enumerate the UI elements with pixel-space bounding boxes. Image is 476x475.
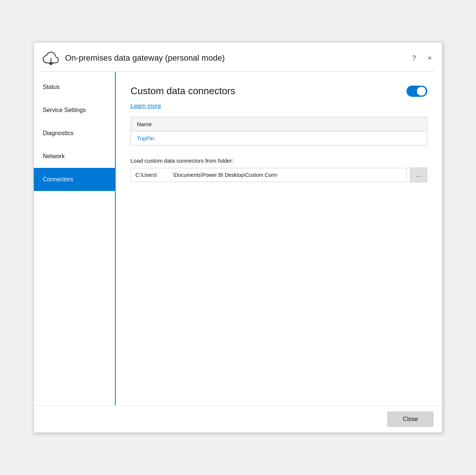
main-window: On-premises data gateway (personal mode)… (33, 42, 443, 433)
window-title: On-premises data gateway (personal mode) (65, 53, 225, 63)
learn-more-link[interactable]: Learn more (131, 103, 427, 109)
browse-button[interactable]: ... (410, 168, 427, 182)
folder-row: ... (131, 168, 427, 182)
close-window-button[interactable]: × (425, 53, 435, 64)
table-row: TripPin (131, 131, 427, 146)
section-header: Custom data connectors (131, 85, 427, 97)
content-area: Status Service Settings Diagnostics Netw… (34, 72, 442, 405)
section-title: Custom data connectors (131, 85, 235, 97)
cloud-upload-icon (41, 48, 61, 68)
table-header-name: Name (131, 117, 427, 131)
custom-connectors-toggle[interactable] (406, 86, 427, 97)
title-left: On-premises data gateway (personal mode) (41, 48, 225, 68)
sidebar-item-connectors[interactable]: Connectors (34, 168, 115, 191)
close-button[interactable]: Close (387, 412, 433, 427)
title-controls: ? × (409, 53, 435, 64)
sidebar-item-network[interactable]: Network (34, 145, 115, 168)
sidebar-item-service-settings[interactable]: Service Settings (34, 99, 115, 122)
sidebar: Status Service Settings Diagnostics Netw… (34, 72, 116, 405)
title-bar: On-premises data gateway (personal mode)… (34, 42, 442, 71)
folder-path-input[interactable] (131, 168, 407, 182)
main-panel: Custom data connectors Learn more Name T… (116, 72, 442, 405)
sidebar-item-diagnostics[interactable]: Diagnostics (34, 122, 115, 145)
sidebar-item-status[interactable]: Status (34, 76, 115, 99)
table-cell-trippin: TripPin (131, 131, 427, 146)
toggle-slider (406, 86, 427, 97)
folder-label: Load custom data connectors from folder: (131, 157, 427, 164)
connectors-table: Name TripPin (131, 117, 427, 146)
footer: Close (34, 405, 442, 433)
help-button[interactable]: ? (409, 53, 419, 64)
